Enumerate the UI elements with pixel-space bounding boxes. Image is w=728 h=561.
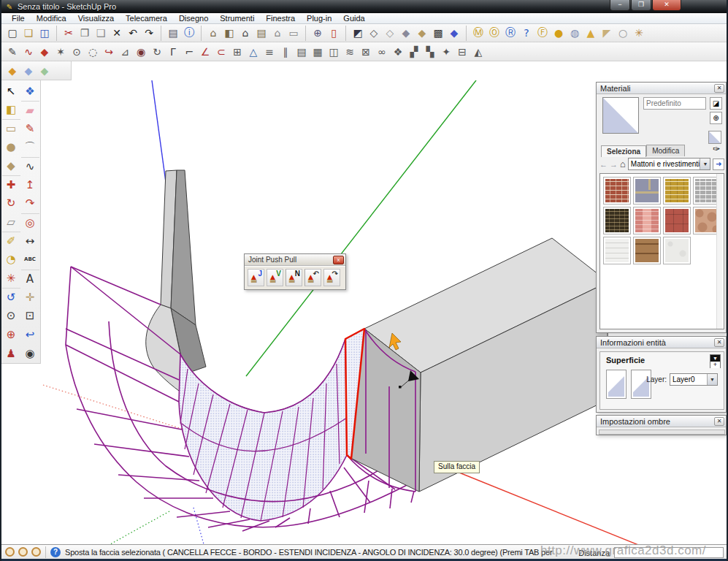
line-tool[interactable]: ✎: [21, 119, 39, 137]
details-arrow-button[interactable]: ➜: [713, 159, 724, 170]
face-back-material-swatch[interactable]: [631, 370, 651, 399]
sphere-base-icon[interactable]: ◍: [567, 26, 583, 41]
menu-strumenti[interactable]: Strumenti: [214, 14, 260, 23]
fillet-icon[interactable]: ⌐: [181, 44, 197, 59]
cone-tan-icon[interactable]: ◤: [599, 26, 615, 41]
cone-gold-icon[interactable]: ▲: [583, 26, 599, 41]
style-textured-icon[interactable]: ◆: [414, 26, 430, 41]
badge-o-icon[interactable]: Ⓞ: [486, 26, 502, 41]
freehand-tool[interactable]: ∿: [21, 157, 39, 175]
jpp-vector-button[interactable]: V: [267, 269, 283, 286]
parallel-icon[interactable]: ∥: [277, 44, 294, 59]
minimize-button[interactable]: −: [610, 0, 630, 11]
3d-text-tool[interactable]: A: [21, 270, 39, 288]
badge-r-icon[interactable]: Ⓡ: [502, 26, 518, 41]
layer-dropdown-arrow[interactable]: ▼: [707, 374, 717, 385]
collection-dropdown-arrow[interactable]: ▼: [700, 159, 710, 169]
open-file-icon[interactable]: ❏: [20, 26, 37, 41]
menu-telecamera[interactable]: Telecamera: [120, 14, 173, 23]
style-monochrome-icon[interactable]: ▩: [430, 26, 446, 41]
swatch-list-scrollbar[interactable]: [716, 174, 722, 329]
claim-credit-icon[interactable]: [18, 547, 28, 557]
copy-icon[interactable]: ❐: [77, 26, 93, 41]
maximize-button[interactable]: ❐: [631, 0, 651, 11]
jpp-redo-button[interactable]: ↷: [323, 269, 340, 286]
menu-file[interactable]: File: [6, 14, 31, 23]
section-plane-icon[interactable]: ⊕: [305, 26, 326, 41]
brick-dark-swatch[interactable]: [603, 207, 631, 234]
badge-help-icon[interactable]: ?: [518, 26, 534, 41]
materials-close-button[interactable]: ✕: [714, 84, 724, 93]
box-minus-icon[interactable]: ⊟: [454, 44, 470, 59]
brick-yellow-swatch[interactable]: [663, 177, 691, 205]
style-wireframe-icon[interactable]: ◇: [366, 26, 382, 41]
loop-tool-icon[interactable]: ◌: [85, 44, 101, 59]
style-xray-icon[interactable]: ◩: [345, 26, 366, 41]
stucco-white-swatch[interactable]: [663, 237, 691, 264]
hatch-right-icon[interactable]: ▞: [406, 44, 422, 59]
erase-icon[interactable]: ✕: [109, 26, 125, 41]
badge-m-icon[interactable]: Ⓜ: [466, 26, 486, 41]
arc-bend-icon[interactable]: ⊂: [213, 44, 229, 59]
view-iso-icon[interactable]: ⌂: [201, 26, 221, 41]
cut-icon[interactable]: ✂: [56, 26, 77, 41]
sphere-gold-icon[interactable]: ●: [551, 26, 567, 41]
fold-icon[interactable]: ◭: [470, 44, 486, 59]
joint-push-pull-toolbar[interactable]: Joint Push Pull x JVN↶↷: [244, 253, 346, 290]
shadows-slider-strip[interactable]: [599, 430, 725, 435]
view-left-icon[interactable]: ◧: [221, 26, 237, 41]
expand-panel-button[interactable]: ▼+: [710, 354, 721, 368]
pan-tool[interactable]: ✛: [21, 288, 39, 306]
spark-icon[interactable]: ✦: [438, 44, 454, 59]
jpp-normal-button[interactable]: N: [286, 269, 302, 286]
menu-guida[interactable]: Guida: [337, 14, 370, 23]
geo-location-icon[interactable]: [5, 547, 15, 557]
shadows-close-button[interactable]: ✕: [714, 417, 724, 426]
text-tool[interactable]: ABC: [21, 251, 39, 269]
corner-icon[interactable]: Γ: [165, 44, 181, 59]
revolve-icon[interactable]: ↻: [149, 44, 165, 59]
move-tool[interactable]: ✚: [2, 175, 20, 194]
tab-seleziona[interactable]: Seleziona: [601, 145, 646, 157]
siding-white-swatch[interactable]: [603, 237, 631, 264]
draw-edit-icon[interactable]: ✎: [4, 44, 20, 59]
display-secondary-pane-button[interactable]: ◪: [710, 97, 722, 110]
zoom-extents-tool[interactable]: ⊕: [2, 326, 20, 344]
circle-tool-icon[interactable]: ⊙: [69, 44, 85, 59]
save-icon[interactable]: ◫: [37, 26, 53, 41]
entity-close-button[interactable]: ✕: [714, 338, 724, 347]
zoom-previous-tool[interactable]: ↩: [21, 326, 39, 344]
redo-icon[interactable]: ↷: [141, 26, 157, 41]
triangulate-icon[interactable]: ⊿: [117, 44, 133, 59]
waves-icon[interactable]: ≋: [342, 44, 358, 59]
ornament-icon[interactable]: ❖: [390, 44, 406, 59]
view-front-icon[interactable]: ⌂: [237, 26, 253, 41]
menu-finestra[interactable]: Finestra: [260, 14, 301, 23]
orbit-tool[interactable]: ↺: [2, 288, 20, 306]
rectangle-tool[interactable]: ▭: [2, 119, 20, 137]
hatch-left-icon[interactable]: ▚: [422, 44, 438, 59]
view-bottom-icon[interactable]: ▭: [286, 26, 302, 41]
help-icon[interactable]: ?: [50, 547, 61, 557]
wood-plank-brown-swatch[interactable]: [633, 237, 661, 264]
face-front-material-swatch[interactable]: [606, 370, 627, 399]
create-material-button[interactable]: ⊕: [710, 112, 722, 124]
grid-fill-icon[interactable]: ⊞: [229, 44, 245, 59]
undo-icon[interactable]: ↶: [125, 26, 141, 41]
round-corner-icon[interactable]: ◆: [4, 63, 20, 78]
angle-icon[interactable]: ∠: [197, 44, 213, 59]
tape-measure-tool[interactable]: ✐: [2, 232, 20, 250]
jpp-title-bar[interactable]: Joint Push Pull x: [245, 254, 345, 266]
materials-panel-header[interactable]: Materiali ✕: [597, 83, 726, 94]
box-x-icon[interactable]: ⊠: [358, 44, 374, 59]
collection-dropdown[interactable]: Mattoni e rivestimenti ▼: [628, 158, 710, 170]
tile-terracotta-swatch[interactable]: [663, 207, 691, 234]
layer-dropdown[interactable]: Layer0 ▼: [670, 373, 718, 386]
push-pull-tool[interactable]: ↥: [21, 175, 39, 194]
view-back-icon[interactable]: ⌂: [269, 26, 286, 41]
sharp-corner-icon[interactable]: ◆: [20, 63, 37, 78]
bend-tool-icon[interactable]: ↪: [101, 44, 117, 59]
title-bar[interactable]: ✎ Senza titolo - SketchUp Pro −❐✕: [1, 0, 728, 13]
default-material-chip[interactable]: [708, 131, 721, 144]
style-shaded-icon[interactable]: ◆: [398, 26, 414, 41]
